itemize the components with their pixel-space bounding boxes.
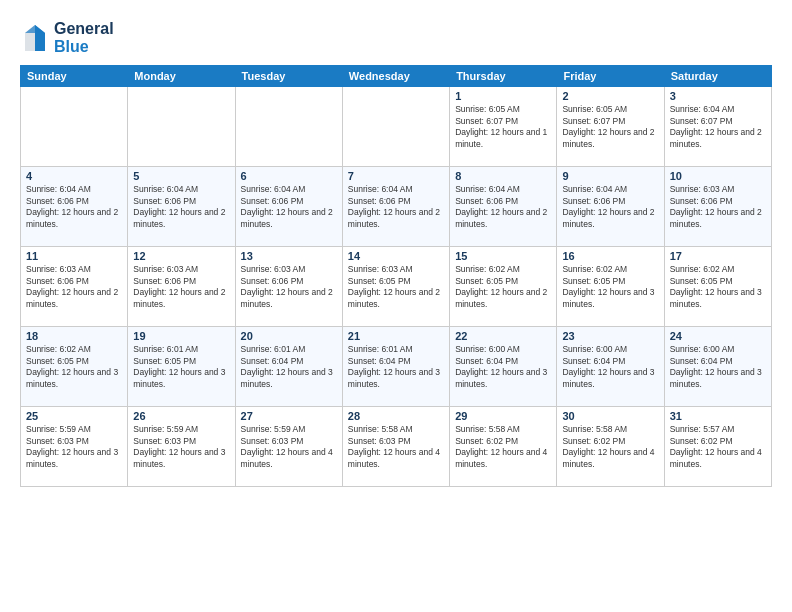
- day-number: 27: [241, 410, 337, 422]
- calendar-cell: 8Sunrise: 6:04 AMSunset: 6:06 PMDaylight…: [450, 167, 557, 247]
- day-info: Sunrise: 6:05 AMSunset: 6:07 PMDaylight:…: [562, 104, 658, 150]
- calendar-cell: 4Sunrise: 6:04 AMSunset: 6:06 PMDaylight…: [21, 167, 128, 247]
- calendar-cell: 27Sunrise: 5:59 AMSunset: 6:03 PMDayligh…: [235, 407, 342, 487]
- calendar-week-2: 4Sunrise: 6:04 AMSunset: 6:06 PMDaylight…: [21, 167, 772, 247]
- day-number: 29: [455, 410, 551, 422]
- calendar-cell: 13Sunrise: 6:03 AMSunset: 6:06 PMDayligh…: [235, 247, 342, 327]
- day-number: 23: [562, 330, 658, 342]
- weekday-header-tuesday: Tuesday: [235, 66, 342, 87]
- calendar-header-row: SundayMondayTuesdayWednesdayThursdayFrid…: [21, 66, 772, 87]
- calendar-cell: 14Sunrise: 6:03 AMSunset: 6:05 PMDayligh…: [342, 247, 449, 327]
- day-number: 13: [241, 250, 337, 262]
- weekday-header-wednesday: Wednesday: [342, 66, 449, 87]
- calendar-table: SundayMondayTuesdayWednesdayThursdayFrid…: [20, 65, 772, 487]
- day-info: Sunrise: 6:01 AMSunset: 6:04 PMDaylight:…: [348, 344, 444, 390]
- day-number: 18: [26, 330, 122, 342]
- calendar-cell: 3Sunrise: 6:04 AMSunset: 6:07 PMDaylight…: [664, 87, 771, 167]
- day-info: Sunrise: 6:01 AMSunset: 6:05 PMDaylight:…: [133, 344, 229, 390]
- day-number: 21: [348, 330, 444, 342]
- calendar-cell: 9Sunrise: 6:04 AMSunset: 6:06 PMDaylight…: [557, 167, 664, 247]
- day-number: 1: [455, 90, 551, 102]
- day-info: Sunrise: 6:00 AMSunset: 6:04 PMDaylight:…: [670, 344, 766, 390]
- calendar-cell: [21, 87, 128, 167]
- day-info: Sunrise: 5:58 AMSunset: 6:02 PMDaylight:…: [562, 424, 658, 470]
- day-info: Sunrise: 6:03 AMSunset: 6:06 PMDaylight:…: [670, 184, 766, 230]
- calendar-cell: 12Sunrise: 6:03 AMSunset: 6:06 PMDayligh…: [128, 247, 235, 327]
- day-number: 31: [670, 410, 766, 422]
- calendar-cell: 20Sunrise: 6:01 AMSunset: 6:04 PMDayligh…: [235, 327, 342, 407]
- day-info: Sunrise: 6:02 AMSunset: 6:05 PMDaylight:…: [562, 264, 658, 310]
- day-info: Sunrise: 5:58 AMSunset: 6:03 PMDaylight:…: [348, 424, 444, 470]
- calendar-cell: [235, 87, 342, 167]
- day-number: 30: [562, 410, 658, 422]
- day-number: 4: [26, 170, 122, 182]
- day-info: Sunrise: 6:04 AMSunset: 6:06 PMDaylight:…: [241, 184, 337, 230]
- calendar-cell: 23Sunrise: 6:00 AMSunset: 6:04 PMDayligh…: [557, 327, 664, 407]
- day-info: Sunrise: 6:03 AMSunset: 6:06 PMDaylight:…: [241, 264, 337, 310]
- calendar-cell: 6Sunrise: 6:04 AMSunset: 6:06 PMDaylight…: [235, 167, 342, 247]
- weekday-header-sunday: Sunday: [21, 66, 128, 87]
- calendar-cell: 11Sunrise: 6:03 AMSunset: 6:06 PMDayligh…: [21, 247, 128, 327]
- day-number: 26: [133, 410, 229, 422]
- day-info: Sunrise: 6:00 AMSunset: 6:04 PMDaylight:…: [455, 344, 551, 390]
- calendar-cell: 26Sunrise: 5:59 AMSunset: 6:03 PMDayligh…: [128, 407, 235, 487]
- header: GeneralBlue: [20, 20, 772, 55]
- day-number: 2: [562, 90, 658, 102]
- day-info: Sunrise: 6:04 AMSunset: 6:06 PMDaylight:…: [348, 184, 444, 230]
- day-number: 25: [26, 410, 122, 422]
- day-info: Sunrise: 6:04 AMSunset: 6:06 PMDaylight:…: [455, 184, 551, 230]
- day-info: Sunrise: 6:04 AMSunset: 6:06 PMDaylight:…: [133, 184, 229, 230]
- calendar-cell: 10Sunrise: 6:03 AMSunset: 6:06 PMDayligh…: [664, 167, 771, 247]
- day-info: Sunrise: 5:59 AMSunset: 6:03 PMDaylight:…: [241, 424, 337, 470]
- day-info: Sunrise: 5:58 AMSunset: 6:02 PMDaylight:…: [455, 424, 551, 470]
- day-info: Sunrise: 6:04 AMSunset: 6:06 PMDaylight:…: [26, 184, 122, 230]
- calendar-cell: 5Sunrise: 6:04 AMSunset: 6:06 PMDaylight…: [128, 167, 235, 247]
- day-number: 8: [455, 170, 551, 182]
- calendar-cell: 21Sunrise: 6:01 AMSunset: 6:04 PMDayligh…: [342, 327, 449, 407]
- day-number: 6: [241, 170, 337, 182]
- day-number: 17: [670, 250, 766, 262]
- calendar-cell: [342, 87, 449, 167]
- day-info: Sunrise: 6:01 AMSunset: 6:04 PMDaylight:…: [241, 344, 337, 390]
- calendar-cell: 16Sunrise: 6:02 AMSunset: 6:05 PMDayligh…: [557, 247, 664, 327]
- day-info: Sunrise: 5:57 AMSunset: 6:02 PMDaylight:…: [670, 424, 766, 470]
- day-info: Sunrise: 6:02 AMSunset: 6:05 PMDaylight:…: [670, 264, 766, 310]
- day-info: Sunrise: 6:04 AMSunset: 6:06 PMDaylight:…: [562, 184, 658, 230]
- day-number: 15: [455, 250, 551, 262]
- calendar-cell: 22Sunrise: 6:00 AMSunset: 6:04 PMDayligh…: [450, 327, 557, 407]
- day-info: Sunrise: 6:02 AMSunset: 6:05 PMDaylight:…: [26, 344, 122, 390]
- day-number: 3: [670, 90, 766, 102]
- calendar-cell: 28Sunrise: 5:58 AMSunset: 6:03 PMDayligh…: [342, 407, 449, 487]
- logo: GeneralBlue: [20, 20, 114, 55]
- calendar-cell: 31Sunrise: 5:57 AMSunset: 6:02 PMDayligh…: [664, 407, 771, 487]
- weekday-header-saturday: Saturday: [664, 66, 771, 87]
- weekday-header-monday: Monday: [128, 66, 235, 87]
- day-number: 24: [670, 330, 766, 342]
- day-info: Sunrise: 6:03 AMSunset: 6:06 PMDaylight:…: [133, 264, 229, 310]
- calendar-cell: 30Sunrise: 5:58 AMSunset: 6:02 PMDayligh…: [557, 407, 664, 487]
- calendar-week-5: 25Sunrise: 5:59 AMSunset: 6:03 PMDayligh…: [21, 407, 772, 487]
- calendar-cell: 29Sunrise: 5:58 AMSunset: 6:02 PMDayligh…: [450, 407, 557, 487]
- calendar-cell: 7Sunrise: 6:04 AMSunset: 6:06 PMDaylight…: [342, 167, 449, 247]
- calendar-cell: 1Sunrise: 6:05 AMSunset: 6:07 PMDaylight…: [450, 87, 557, 167]
- day-number: 22: [455, 330, 551, 342]
- weekday-header-friday: Friday: [557, 66, 664, 87]
- day-info: Sunrise: 6:03 AMSunset: 6:05 PMDaylight:…: [348, 264, 444, 310]
- day-number: 5: [133, 170, 229, 182]
- calendar-cell: 18Sunrise: 6:02 AMSunset: 6:05 PMDayligh…: [21, 327, 128, 407]
- day-number: 20: [241, 330, 337, 342]
- weekday-header-thursday: Thursday: [450, 66, 557, 87]
- calendar-cell: 25Sunrise: 5:59 AMSunset: 6:03 PMDayligh…: [21, 407, 128, 487]
- day-number: 10: [670, 170, 766, 182]
- calendar-cell: 15Sunrise: 6:02 AMSunset: 6:05 PMDayligh…: [450, 247, 557, 327]
- calendar-week-1: 1Sunrise: 6:05 AMSunset: 6:07 PMDaylight…: [21, 87, 772, 167]
- day-info: Sunrise: 5:59 AMSunset: 6:03 PMDaylight:…: [26, 424, 122, 470]
- day-number: 14: [348, 250, 444, 262]
- day-info: Sunrise: 6:04 AMSunset: 6:07 PMDaylight:…: [670, 104, 766, 150]
- calendar-cell: 24Sunrise: 6:00 AMSunset: 6:04 PMDayligh…: [664, 327, 771, 407]
- calendar-week-4: 18Sunrise: 6:02 AMSunset: 6:05 PMDayligh…: [21, 327, 772, 407]
- day-number: 7: [348, 170, 444, 182]
- calendar-cell: 19Sunrise: 6:01 AMSunset: 6:05 PMDayligh…: [128, 327, 235, 407]
- calendar-week-3: 11Sunrise: 6:03 AMSunset: 6:06 PMDayligh…: [21, 247, 772, 327]
- day-number: 12: [133, 250, 229, 262]
